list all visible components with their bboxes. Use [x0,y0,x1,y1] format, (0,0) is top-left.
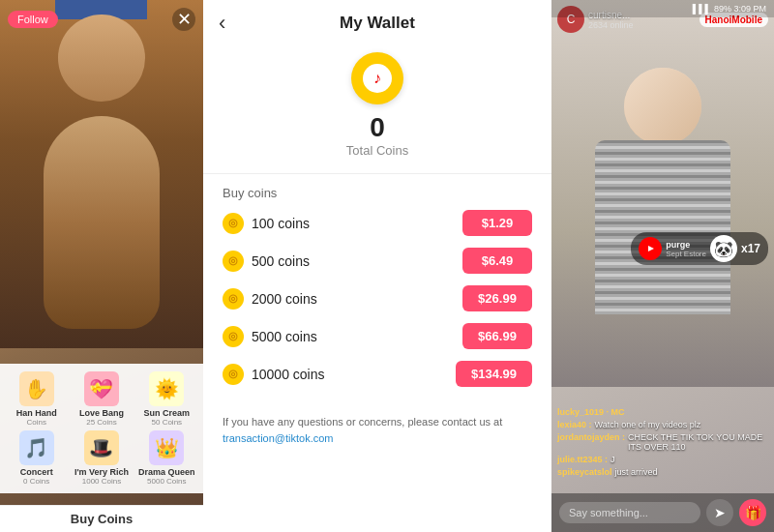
coin-option-2000-left: ◎ 2000 coins [223,288,317,310]
buy-2000-button[interactable]: $26.99 [462,285,532,311]
close-button[interactable]: ✕ [172,8,195,31]
chat-overlay: lucky_1019 · MC lexia40 : Watch one of m… [551,403,774,484]
buy-10000-button[interactable]: $134.99 [456,361,532,387]
lovebang-gift-coins: 25 Coins [86,418,117,427]
gift-item-concert[interactable]: 🎵 Concert 0 Coins [8,430,66,486]
coin-option-10000: ◎ 10000 coins $134.99 [223,361,532,387]
chat-user-0: lucky_1019 · MC [557,407,625,417]
buy-500-button[interactable]: $6.49 [462,248,532,274]
veryrich-gift-coins: 1000 Coins [82,477,121,486]
dramaqueen-gift-icon: 👑 [149,430,184,465]
coin-option-500: ◎ 500 coins $6.49 [223,248,532,274]
suncream-gift-coins: 50 Coins [152,418,183,427]
right-head [624,68,701,145]
veryrich-gift-name: I'm Very Rich [74,467,129,477]
right-viewers: 2634 online [588,20,634,30]
total-coin-count: 0 [370,112,385,143]
wallet-panel: ‹ My Wallet ♪ 0 Total Coins Buy coins ◎ … [203,0,551,532]
chat-text-3: J [610,455,615,464]
coin-dot-10000: ◎ [223,364,244,385]
footer-note: If you have any questions or concerns, p… [203,404,551,446]
buy-section: Buy coins ◎ 100 coins $1.29 ◎ 500 coins … [203,174,551,404]
gift-count: x17 [741,242,760,255]
coin-option-5000-label: 5000 coins [252,329,317,344]
gift-item-suncream[interactable]: 🌞 Sun Cream 50 Coins [137,371,195,427]
person-body [44,116,160,329]
coin-option-10000-left: ◎ 10000 coins [223,364,325,385]
buy-section-title: Buy coins [223,186,532,200]
left-top-bar: Follow ✕ [8,8,195,31]
buy-5000-button[interactable]: $66.99 [462,323,532,349]
chat-text-4: just arrived [615,467,658,477]
coin-option-100-left: ◎ 100 coins [223,213,310,234]
lovebang-gift-icon: 💝 [84,371,119,406]
gift-item-hand[interactable]: ✋ Han Hand Coins [8,371,66,427]
right-streamer-video [551,0,774,387]
lovebang-gift-name: Love Bang [79,408,124,418]
gift-item-veryrich[interactable]: 🎩 I'm Very Rich 1000 Coins [73,430,131,486]
gifts-row-2: 🎵 Concert 0 Coins 🎩 I'm Very Rich 1000 C… [4,430,199,486]
buy-coins-bar[interactable]: Buy Coins [0,505,203,532]
coin-dot-2000: ◎ [223,288,244,310]
concert-gift-coins: 0 Coins [23,477,49,486]
gifts-bar: ✋ Han Hand Coins 💝 Love Bang 25 Coins 🌞 … [0,364,203,493]
gifts-row-1: ✋ Han Hand Coins 💝 Love Bang 25 Coins 🌞 … [4,371,199,427]
coin-option-2000: ◎ 2000 coins $26.99 [223,285,532,311]
dramaqueen-gift-coins: 5000 Coins [147,477,186,486]
say-something-input[interactable]: Say something... [559,502,700,523]
share-icon[interactable]: ➤ [706,499,733,526]
left-panel: Follow ✕ ✋ Han Hand Coins 💝 Love Bang 25… [0,0,203,532]
suncream-gift-name: Sun Cream [144,408,191,418]
chat-text-2: CHECK THE TIK TOK YOU MADE ITS OVER 110 [628,432,768,452]
follow-button[interactable]: Follow [8,11,58,28]
chat-user-1: lexia40 : [557,420,592,429]
right-person-body [585,58,740,387]
back-button[interactable]: ‹ [219,11,225,36]
streamer-video-left [0,0,203,348]
signal-icon: ▌▌▌ [693,4,711,14]
footer-email: transaction@tiktok.com [223,432,334,444]
coin-option-5000-left: ◎ 5000 coins [223,326,317,347]
coin-option-500-left: ◎ 500 coins [223,251,310,272]
chat-msg-2: jordantojayden : CHECK THE TIK TOK YOU M… [557,432,768,452]
coin-display: ♪ 0 Total Coins [203,41,551,173]
youtube-gift-icon [639,237,662,260]
gift-notif-user: purge [666,240,706,250]
gift-item-lovebang[interactable]: 💝 Love Bang 25 Coins [73,371,131,427]
coin-option-100: ◎ 100 coins $1.29 [223,210,532,236]
dramaqueen-gift-name: Drama Queen [138,467,195,477]
buy-100-button[interactable]: $1.29 [462,210,532,236]
battery-icon: 89% 3:09 PM [714,4,766,14]
coin-option-100-label: 100 coins [252,216,310,231]
chat-msg-4: spikeycatslol just arrived [557,467,768,477]
coin-dot-5000: ◎ [223,326,244,347]
coin-option-500-label: 500 coins [252,253,310,269]
chat-user-4: spikeycatslol [557,467,612,477]
tiktok-logo-inner: ♪ [363,64,392,93]
coin-dot-100: ◎ [223,213,244,234]
gift-item-dramaqueen[interactable]: 👑 Drama Queen 5000 Coins [137,430,195,486]
veryrich-gift-icon: 🎩 [84,430,119,465]
hand-gift-coins: Coins [26,418,45,427]
chat-msg-0: lucky_1019 · MC [557,407,768,417]
wallet-header: ‹ My Wallet [203,0,551,41]
concert-gift-name: Concert [20,467,53,477]
hand-gift-name: Han Hand [16,408,57,418]
coin-option-10000-label: 10000 coins [252,367,325,382]
hand-gift-icon: ✋ [19,371,54,406]
chat-msg-3: julie.tt2345 : J [557,455,768,464]
coin-option-5000: ◎ 5000 coins $66.99 [223,323,532,349]
concert-gift-icon: 🎵 [19,430,54,465]
right-shirt [595,140,730,314]
gift-notif-details: purge Sept Estore [666,240,706,258]
gift-notif-sub: Sept Estore [666,250,706,258]
gift-icon[interactable]: 🎁 [739,499,766,526]
gift-notification: purge Sept Estore 🐼 x17 [631,232,768,265]
footer-text: If you have any questions or concerns, p… [223,416,502,428]
chat-user-3: julie.tt2345 : [557,455,608,464]
status-icons: ▌▌▌ 89% 3:09 PM [693,4,766,14]
suncream-gift-icon: 🌞 [149,371,184,406]
right-bottom-bar: Say something... ➤ 🎁 [551,493,774,532]
chat-text-1: Watch one of my videos plz [595,420,701,429]
coin-dot-500: ◎ [223,251,244,272]
